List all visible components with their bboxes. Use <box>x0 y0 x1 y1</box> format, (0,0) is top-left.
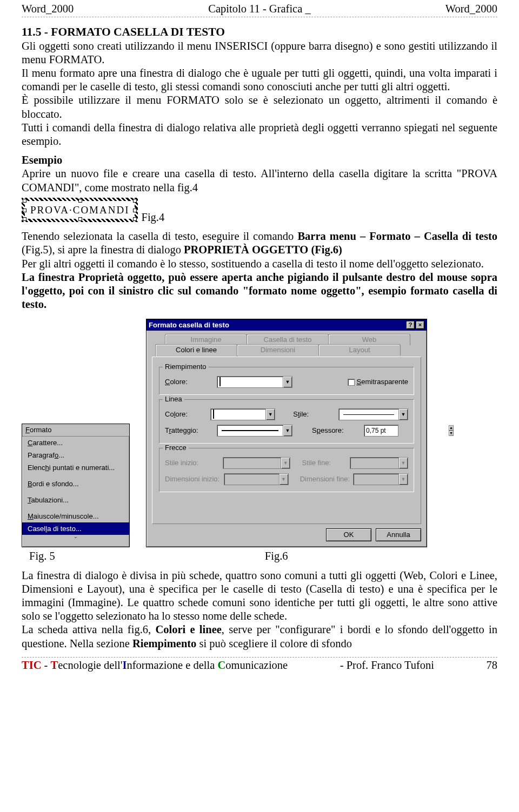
chevron-down-icon: ▼ <box>401 412 406 418</box>
dialog-tab[interactable]: Layout <box>318 344 401 355</box>
body-text: Gli oggetti sono creati utilizzando il m… <box>22 39 497 66</box>
field-label: Colore: <box>165 378 212 386</box>
header-right: Word_2000 <box>445 2 497 16</box>
body-text: Tenendo selezionata la casella di testo,… <box>22 230 497 257</box>
chevron-down-icon: ▼ <box>268 412 273 418</box>
field-label: Stile fine: <box>302 459 346 467</box>
body-text: Tutti i comandi della finestra di dialog… <box>22 121 497 148</box>
dialog-titlebar: Formato casella di testo ? × <box>147 319 427 331</box>
arrow-start-style-combo: ▼ <box>223 457 291 469</box>
chevron-down-icon: ▼ <box>283 460 288 466</box>
figure-label: Fig.4 <box>141 211 164 224</box>
figure-label: Fig.6 <box>265 549 288 563</box>
field-label: Dimensioni fine: <box>300 475 349 484</box>
header-left: Word_2000 <box>22 2 74 16</box>
body-text: Per gli altri oggetti il comando è lo st… <box>22 257 497 271</box>
menu-item[interactable]: Bordi e sfondo... <box>22 478 129 490</box>
field-label: Spessore: <box>312 426 360 435</box>
chevron-down-icon: ▼ <box>401 460 406 466</box>
dialog-tab[interactable]: Dimensioni <box>237 344 319 355</box>
line-color-combo[interactable]: ▼ <box>210 408 276 420</box>
menu-item[interactable]: Casella di testo... <box>22 522 129 535</box>
arrow-end-style-combo: ▼ <box>350 457 408 469</box>
close-button[interactable]: × <box>416 321 424 329</box>
menu-item[interactable]: Paragrafo... <box>22 449 129 461</box>
body-text: È possibile utilizzare il menu FORMATO s… <box>22 93 497 120</box>
dialog-tab[interactable]: Casella di testo <box>247 334 329 345</box>
footer-prof: - Prof. Franco Tufoni <box>288 659 486 672</box>
menu-item[interactable]: Carattere... <box>22 437 129 449</box>
cancel-button[interactable]: Annulla <box>376 528 421 541</box>
weight-input[interactable] <box>364 425 449 436</box>
line-style-combo[interactable]: ▼ <box>338 408 408 420</box>
arrow-end-size-combo: ▼ <box>353 473 408 485</box>
dialog-tab[interactable]: Colori e linee <box>155 344 237 357</box>
group-label: Riempimento <box>163 363 209 371</box>
chevron-down-icon: ▼ <box>285 428 290 434</box>
footer-tic: TIC <box>22 659 41 671</box>
help-button[interactable]: ? <box>406 321 415 329</box>
format-menu: Formato Carattere...Paragrafo...Elenchi … <box>22 424 130 547</box>
page-number: 78 <box>487 659 498 672</box>
fill-color-combo[interactable]: ▼ <box>217 376 292 388</box>
chevron-down-icon: ▼ <box>281 477 286 482</box>
dialog-tabs: ImmagineCasella di testoWeb Colori e lin… <box>152 334 421 357</box>
checkbox-label: Semitrasparente <box>357 378 408 386</box>
field-label: Stile: <box>293 410 334 419</box>
field-label: Tratteggio: <box>165 426 212 435</box>
spin-down-icon[interactable]: ▼ <box>449 431 454 436</box>
ok-button[interactable]: OK <box>326 528 371 541</box>
body-text: La finestra di dialogo è divisa in più s… <box>22 569 497 623</box>
page-footer: TIC - Tecnologie dell'Informazione e del… <box>22 657 497 672</box>
menu-item[interactable]: Maiuscole/minuscole... <box>22 510 129 522</box>
page-header: Word_2000 Capitolo 11 - Grafica _ Word_2… <box>22 0 497 17</box>
line-dash-combo[interactable]: ▼ <box>217 425 292 437</box>
dialog-title: Formato casella di testo <box>149 321 405 330</box>
fill-group: Riempimento Colore: ▼ Semitrasparente <box>159 367 414 395</box>
menu-item[interactable]: Elenchi puntati e numerati... <box>22 461 129 474</box>
field-label: Dimensioni inizio: <box>165 475 219 484</box>
semitransparent-checkbox[interactable]: Semitrasparente <box>348 378 408 386</box>
format-textbox-dialog: Formato casella di testo ? × ImmagineCas… <box>146 319 427 547</box>
dialog-tab[interactable]: Immagine <box>165 334 247 345</box>
menu-title-text: ormato <box>30 426 51 434</box>
example-heading: Esempio <box>22 153 497 167</box>
section-title: 11.5 - FORMATO CASELLA DI TESTO <box>22 25 497 39</box>
menu-title: Formato <box>22 424 129 437</box>
body-text: La scheda attiva nella fig.6, Colori e l… <box>22 623 497 650</box>
group-label: Linea <box>163 395 184 404</box>
menu-item[interactable]: Tabulazioni... <box>22 494 129 506</box>
line-group: Linea Colore: ▼ Stile: ▼ Tratteggio: ▼ <box>159 399 414 444</box>
spin-up-icon[interactable]: ▲ <box>449 425 454 431</box>
group-label: Frecce <box>163 444 189 452</box>
figure-label: Fig. 5 <box>29 549 55 563</box>
textbox-value: PROVA·COMANDI <box>30 204 129 216</box>
dialog-tab[interactable]: Web <box>328 334 410 345</box>
arrows-group: Frecce Stile inizio: ▼ Stile fine: ▼ Dim… <box>159 448 414 492</box>
body-text: Aprire un nuovo file e creare una casell… <box>22 167 497 194</box>
menu-more-icon[interactable]: ˇ <box>22 535 129 547</box>
field-label: Colore: <box>165 410 206 419</box>
textbox-sample: PROVA·COMANDI <box>22 198 138 222</box>
body-text: Il menu formato apre una finestra di dia… <box>22 66 497 93</box>
field-label: Stile inizio: <box>165 459 218 467</box>
arrow-start-size-combo: ▼ <box>224 473 288 485</box>
chevron-down-icon: ▼ <box>401 477 406 482</box>
line-weight-spinner[interactable]: ▲▼ <box>364 425 398 437</box>
body-text: La finestra Proprietà oggetto, può esser… <box>22 271 497 312</box>
chevron-down-icon: ▼ <box>285 379 290 385</box>
header-center: Capitolo 11 - Grafica _ <box>208 2 310 16</box>
